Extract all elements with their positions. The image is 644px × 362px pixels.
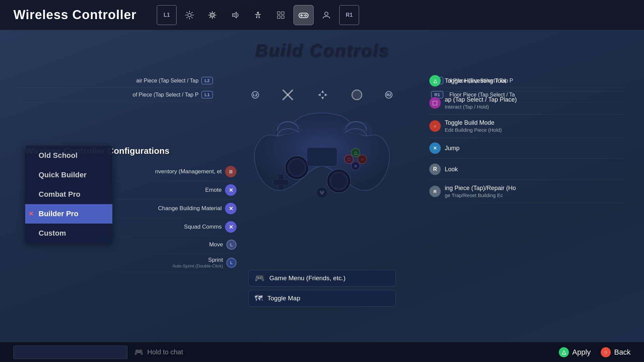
- right-binding-jump: ✕ Jump: [429, 138, 624, 159]
- svg-rect-25: [273, 180, 288, 185]
- gear-icon-btn[interactable]: [179, 5, 200, 25]
- brightness-icon-btn[interactable]: [202, 5, 222, 25]
- toggle-map-label: Toggle Map: [267, 295, 300, 302]
- top-binding-l2: air Piece (Tap Select / Tap L2: [18, 74, 213, 88]
- emote-label: Emote: [205, 187, 222, 193]
- chat-input-field[interactable]: [13, 346, 127, 359]
- volume-icon: [230, 10, 240, 20]
- binding-emote: Emote ✕: [116, 181, 236, 199]
- sprint-label: Sprint: [172, 257, 223, 263]
- svg-text:✕: ✕: [354, 164, 358, 169]
- svg-rect-7: [281, 16, 284, 18]
- buildmode-text: Toggle Build Mode Edit Building Piece (H…: [445, 119, 624, 133]
- apply-action[interactable]: △ Apply: [559, 347, 591, 357]
- game-menu-label: Game Menu (Friends, etc.): [269, 275, 345, 282]
- svg-point-3: [257, 12, 259, 14]
- selected-check-icon: ✕: [29, 210, 34, 218]
- volume-icon-btn[interactable]: [225, 5, 245, 25]
- harvest-text: Toggle Harvesting Tool: [445, 77, 624, 84]
- apply-label: Apply: [572, 348, 591, 357]
- gear-icon: [185, 10, 194, 20]
- layout-icon-btn[interactable]: [271, 5, 291, 25]
- user-icon: [322, 10, 331, 20]
- chat-icon: 🎮: [134, 348, 143, 357]
- interact-text: ap (Tap Select / Tap Place) Interact (Ta…: [445, 96, 624, 110]
- back-action[interactable]: ○ Back: [601, 347, 631, 357]
- binding-move: Move L: [116, 236, 236, 253]
- main-content: Build Controls air Piece (Tap Select / T…: [0, 30, 644, 342]
- binding-inventory: nventory (Management, et ≡: [116, 163, 236, 181]
- binding-squad-comms: Squad Comms ✕: [116, 218, 236, 236]
- hold-to-chat: 🎮 Hold to chat: [134, 348, 183, 357]
- toggle-map-icon: 🗺: [255, 294, 263, 303]
- sprint-btn[interactable]: L: [226, 258, 236, 268]
- r1-button[interactable]: R1: [339, 5, 359, 25]
- change-material-btn[interactable]: ✕: [225, 203, 236, 214]
- controller-svg: △ ○ □ ✕ SHARE OPTIONS Ψ: [248, 96, 396, 213]
- svg-point-14: [304, 15, 305, 16]
- bindings-list: nventory (Management, et ≡ Emote ✕ Chang…: [116, 163, 236, 272]
- accessibility-icon-btn[interactable]: [248, 5, 268, 25]
- right-binding-repair: R ing Piece (Tap)/Repair (Ho ge Trap/Res…: [429, 180, 624, 203]
- right-binding-harvest: △ Toggle Harvesting Tool: [429, 70, 624, 92]
- l1-binding-label: of Piece (Tap Select / Tap P: [18, 92, 199, 98]
- back-label: Back: [614, 348, 631, 357]
- move-label: Move: [209, 241, 223, 248]
- move-btn[interactable]: L: [226, 240, 236, 250]
- right-panel: △ Toggle Harvesting Tool □ ap (Tap Selec…: [429, 70, 624, 203]
- config-item-quickbuilder[interactable]: Quick Builder: [25, 165, 112, 185]
- svg-point-12: [306, 15, 307, 16]
- look-text: Look: [445, 166, 624, 173]
- config-item-combatpro[interactable]: Combat Pro: [25, 185, 112, 204]
- emote-btn[interactable]: ✕: [225, 184, 236, 196]
- game-menu-action[interactable]: 🎮 Game Menu (Friends, etc.): [248, 270, 396, 287]
- bottom-actions: 🎮 Game Menu (Friends, etc.) 🗺 Toggle Map: [248, 270, 396, 307]
- svg-point-15: [325, 12, 328, 15]
- svg-point-11: [305, 14, 306, 15]
- repair-text: ing Piece (Tap)/Repair (Ho ge Trap/Reset…: [445, 185, 624, 198]
- config-item-builderpro[interactable]: ✕ Builder Pro: [25, 204, 112, 224]
- topbar: Wireless Controller L1: [0, 0, 644, 30]
- squad-comms-btn[interactable]: ✕: [225, 221, 236, 233]
- config-dropdown: Old School Quick Builder Combat Pro ✕ Bu…: [25, 146, 112, 243]
- square-icon: □: [429, 97, 441, 109]
- build-controls-title: Build Controls: [0, 40, 644, 60]
- binding-sprint: Sprint Auto-Sprint (Double-Click) L: [116, 253, 236, 272]
- hold-chat-label: Hold to chat: [147, 348, 183, 356]
- circle-icon: ○: [429, 120, 441, 132]
- toggle-map-action[interactable]: 🗺 Toggle Map: [248, 290, 396, 307]
- statusbar-actions: △ Apply ○ Back: [559, 347, 631, 357]
- right-binding-interact: □ ap (Tap Select / Tap Place) Interact (…: [429, 92, 624, 115]
- user-icon-btn[interactable]: [316, 5, 336, 25]
- svg-rect-6: [277, 16, 280, 18]
- svg-point-1: [210, 13, 214, 17]
- top-left-bindings: air Piece (Tap Select / Tap L2 of Piece …: [18, 74, 213, 102]
- right-binding-buildmode: ○ Toggle Build Mode Edit Building Piece …: [429, 115, 624, 138]
- r-stick-icon: R: [429, 164, 441, 175]
- controller-icon-btn[interactable]: [293, 5, 314, 25]
- apply-icon: △: [559, 347, 569, 357]
- svg-text:○: ○: [361, 157, 364, 162]
- topbar-icons: L1: [157, 5, 359, 25]
- config-item-oldschool[interactable]: Old School: [25, 146, 112, 165]
- l2-binding-label: air Piece (Tap Select / Tap: [18, 78, 199, 84]
- inventory-label: nventory (Management, et: [155, 168, 222, 175]
- right-binding-look: R Look: [429, 159, 624, 180]
- svg-rect-38: [307, 147, 337, 166]
- sprint-sublabel: Auto-Sprint (Double-Click): [172, 263, 223, 268]
- svg-text:Ψ: Ψ: [320, 190, 324, 196]
- r-btn-icon: R: [429, 186, 441, 197]
- config-section: Wireless Controller Configurations Old S…: [25, 146, 169, 160]
- squad-comms-label: Squad Comms: [184, 224, 222, 230]
- controller-icon: [298, 10, 309, 20]
- l1-button[interactable]: L1: [157, 5, 177, 25]
- brightness-icon: [208, 10, 217, 20]
- l2-badge: L2: [201, 77, 213, 84]
- page-title: Wireless Controller: [13, 8, 137, 22]
- svg-point-20: [289, 160, 304, 175]
- svg-marker-2: [232, 12, 236, 18]
- config-item-custom[interactable]: Custom: [25, 224, 112, 243]
- svg-rect-4: [277, 12, 280, 14]
- inventory-btn[interactable]: ≡: [225, 166, 236, 177]
- svg-text:□: □: [347, 157, 350, 162]
